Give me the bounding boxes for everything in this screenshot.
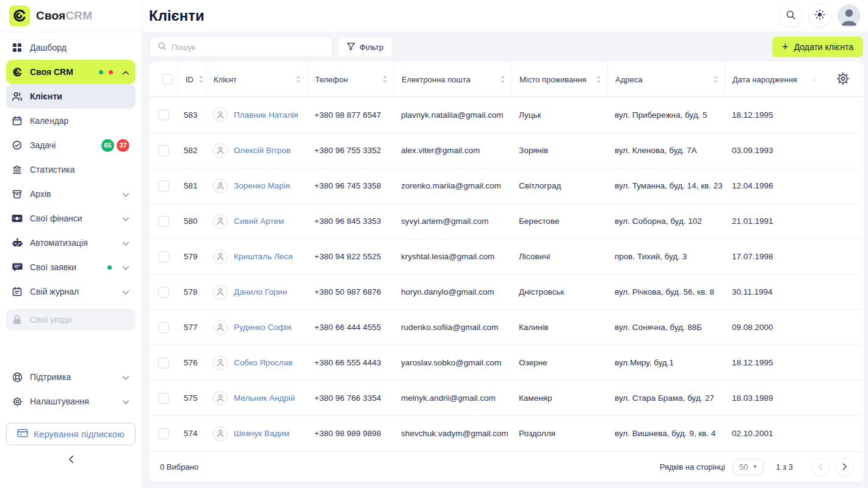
client-name-link[interactable]: Зоренко Марія: [234, 181, 290, 190]
lock-icon: [11, 315, 23, 325]
search-icon: [786, 10, 796, 23]
row-checkbox[interactable]: [158, 181, 169, 192]
client-name-link[interactable]: Собко Ярослав: [234, 358, 292, 367]
row-checkbox[interactable]: [158, 145, 169, 156]
table-settings-gear-icon[interactable]: [836, 71, 850, 88]
cell-address: вул. Кленова, буд. 7А: [607, 146, 725, 155]
cell-phone: +380 66 444 4555: [307, 323, 394, 332]
sidebar-item-clients[interactable]: Клієнти: [6, 84, 136, 109]
row-checkbox[interactable]: [158, 393, 169, 404]
sidebar-item-automation[interactable]: Автоматизація: [6, 231, 136, 255]
cell-city: Роздолля: [512, 429, 607, 438]
client-name-link[interactable]: Кришталь Леся: [234, 252, 292, 261]
theme-toggle-button[interactable]: [808, 4, 831, 27]
client-name-link[interactable]: Сивий Артем: [234, 217, 284, 226]
sidebar-item-support[interactable]: Підтримка: [6, 365, 136, 389]
cell-id: 582: [178, 146, 206, 155]
cell-address: вул. Вишнева, буд. 9, кв. 4: [607, 429, 725, 438]
row-checkbox[interactable]: [158, 251, 169, 262]
cell-phone: +380 96 845 3353: [307, 217, 394, 226]
table-row: 577 Руденко Софія +380 66 444 4555 ruden…: [150, 309, 864, 345]
global-search-button[interactable]: [779, 4, 802, 27]
cell-id: 581: [178, 181, 206, 190]
tasks-badge-green: 65: [101, 139, 114, 152]
search-input[interactable]: [172, 43, 325, 52]
chevron-up-icon: [122, 66, 129, 77]
cell-id: 574: [178, 429, 206, 438]
row-checkbox[interactable]: [158, 287, 169, 298]
sidebar-item-requests[interactable]: Свої заявки: [6, 255, 136, 279]
sidebar-item-statistics[interactable]: Статистика: [6, 157, 136, 182]
cell-email: rudenko.sofiia@gmail.com: [394, 323, 512, 332]
cell-city: Дністровськ: [512, 287, 607, 296]
cell-birthdate: 17.07.1998: [725, 252, 822, 261]
selected-count: 0 Вибрано: [160, 462, 198, 472]
client-name-link[interactable]: Руденко Софія: [234, 323, 291, 332]
clients-table: ID Клієнт Телефон Електронна пошта Місто…: [150, 62, 864, 482]
calendar-icon: [11, 116, 23, 126]
filter-button[interactable]: Фільтр: [338, 37, 392, 57]
select-all-checkbox[interactable]: [162, 74, 173, 85]
row-checkbox[interactable]: [158, 216, 169, 227]
cell-id: 575: [178, 393, 206, 403]
sidebar-item-archive[interactable]: Архів: [6, 182, 136, 206]
next-page-button[interactable]: [836, 458, 854, 476]
sidebar-item-tasks[interactable]: Задачі 65 37: [6, 133, 136, 157]
prev-page-button[interactable]: [811, 458, 830, 476]
status-dot-green: [107, 265, 112, 270]
sidebar-item-label: Автоматизація: [30, 238, 88, 248]
tasks-icon: [11, 140, 23, 150]
sidebar-item-journal[interactable]: Свій журнал: [6, 279, 136, 304]
row-checkbox[interactable]: [158, 357, 169, 368]
table-row: 581 Зоренко Марія +380 96 745 3358 zoren…: [150, 168, 864, 203]
sort-icon[interactable]: [596, 75, 601, 84]
user-avatar[interactable]: [837, 4, 861, 27]
sort-icon[interactable]: [500, 75, 505, 84]
row-checkbox[interactable]: [158, 322, 169, 333]
sidebar-item-calendar[interactable]: Календар: [6, 109, 136, 133]
sort-icon[interactable]: [382, 75, 388, 84]
cell-email: plavnyk.nataliia@gmail.com: [394, 110, 512, 120]
column-header-email: Електронна пошта: [394, 62, 512, 97]
chevron-down-icon: [122, 396, 129, 407]
sidebar-item-label: Свої заявки: [30, 262, 76, 272]
person-icon: [213, 249, 228, 264]
sidebar-item-label: Підтримка: [30, 372, 71, 382]
sidebar-item-settings[interactable]: Налаштування: [6, 389, 136, 414]
client-name-link[interactable]: Олексій Вітров: [234, 146, 291, 155]
cell-birthdate: 03.09.1993: [725, 146, 822, 155]
client-name-link[interactable]: Данило Горин: [234, 287, 287, 296]
archive-icon: [11, 189, 23, 199]
journal-icon: [11, 287, 23, 296]
add-client-button[interactable]: + Додати клієнта: [772, 37, 863, 57]
cell-city: Каменяр: [512, 393, 607, 403]
sort-icon[interactable]: [198, 75, 204, 84]
sidebar-item-dashboard[interactable]: Дашборд: [6, 35, 136, 60]
sidebar-collapse-button[interactable]: [0, 455, 142, 466]
sort-icon[interactable]: [295, 75, 301, 84]
client-name-link[interactable]: Шевчук Вадим: [234, 429, 289, 438]
filter-label: Фільтр: [360, 43, 383, 52]
sidebar-item-svoya-crm[interactable]: Своя CRM: [6, 60, 136, 84]
sidebar-item-finances[interactable]: Свої фінанси: [6, 206, 136, 231]
client-name-link[interactable]: Мельник Андрій: [234, 393, 295, 403]
chevron-left-icon: [68, 455, 74, 466]
rows-per-page-label: Рядків на сторінці: [660, 462, 725, 472]
row-checkbox[interactable]: [158, 109, 169, 120]
person-icon: [213, 426, 228, 441]
sort-icon[interactable]: [812, 75, 816, 84]
row-checkbox[interactable]: [158, 428, 169, 439]
manage-subscription-button[interactable]: Керування підпискою: [6, 423, 136, 445]
cell-birthdate: 30.11.1994: [725, 287, 822, 296]
sidebar: СвояCRM Дашборд Своя CRM Клієнти Календа…: [0, 0, 142, 488]
rows-per-page-select[interactable]: 50 ▼: [733, 459, 764, 475]
cell-city: Калинів: [512, 323, 607, 332]
sort-icon[interactable]: [713, 75, 718, 84]
cell-email: alex.viter@gmail.com: [394, 146, 512, 155]
client-name-link[interactable]: Плавник Наталія: [234, 110, 298, 120]
requests-icon: [11, 262, 23, 272]
chevron-down-icon: [122, 213, 129, 224]
cell-phone: +380 50 987 6876: [307, 287, 394, 296]
finances-icon: [11, 214, 23, 223]
cell-phone: +380 98 877 6547: [307, 110, 394, 120]
